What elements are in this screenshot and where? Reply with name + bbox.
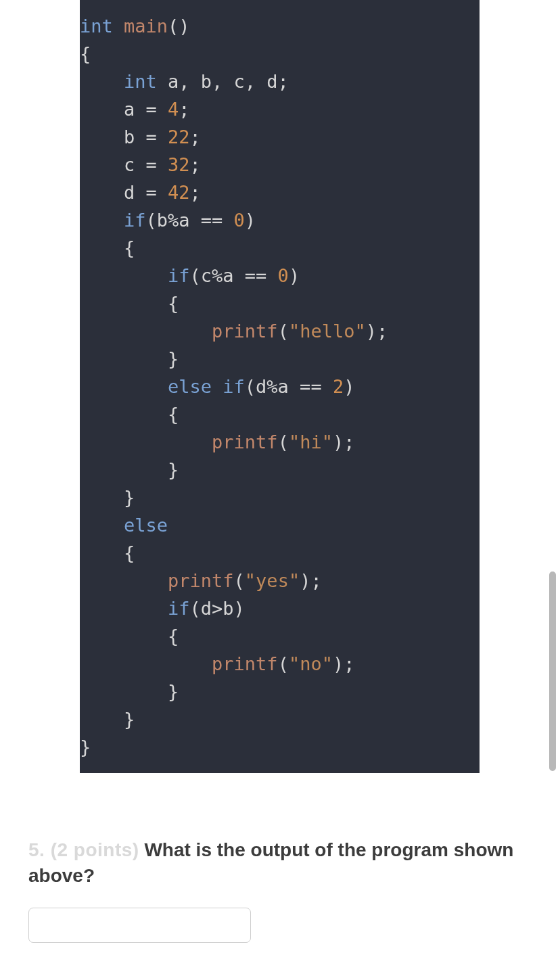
code-line: { bbox=[80, 539, 480, 567]
code-line: { bbox=[80, 400, 480, 428]
code-line: printf("hello"); bbox=[80, 317, 480, 345]
code-line: if(c%a == 0) bbox=[80, 262, 480, 289]
code-line: } bbox=[80, 456, 480, 484]
code-line: { bbox=[80, 289, 480, 317]
question-text: 5. (2 points) What is the output of the … bbox=[28, 837, 532, 889]
scrollbar-thumb[interactable] bbox=[549, 571, 556, 771]
code-line: if(d>b) bbox=[80, 594, 480, 622]
code-line: { bbox=[80, 234, 480, 262]
code-line: { bbox=[80, 40, 480, 68]
code-line: if(b%a == 0) bbox=[80, 206, 480, 234]
code-line: b = 22; bbox=[80, 123, 480, 151]
code-line: int main() bbox=[80, 12, 480, 40]
code-block: int main(){ int a, b, c, d; a = 4; b = 2… bbox=[80, 0, 480, 773]
code-line: { bbox=[80, 622, 480, 650]
code-line: a = 4; bbox=[80, 95, 480, 123]
code-line: printf("yes"); bbox=[80, 567, 480, 594]
code-line: else if(d%a == 2) bbox=[80, 373, 480, 400]
code-line: c = 32; bbox=[80, 151, 480, 179]
code-line: printf("no"); bbox=[80, 650, 480, 678]
answer-input[interactable] bbox=[28, 908, 251, 943]
code-line: } bbox=[80, 484, 480, 511]
code-line: d = 42; bbox=[80, 179, 480, 206]
code-line: } bbox=[80, 705, 480, 733]
code-line: } bbox=[80, 733, 480, 761]
code-line: } bbox=[80, 345, 480, 373]
code-line: printf("hi"); bbox=[80, 428, 480, 456]
code-line: int a, b, c, d; bbox=[80, 68, 480, 95]
question-prefix: 5. (2 points) bbox=[28, 839, 139, 860]
code-line: else bbox=[80, 511, 480, 539]
code-line: } bbox=[80, 678, 480, 705]
